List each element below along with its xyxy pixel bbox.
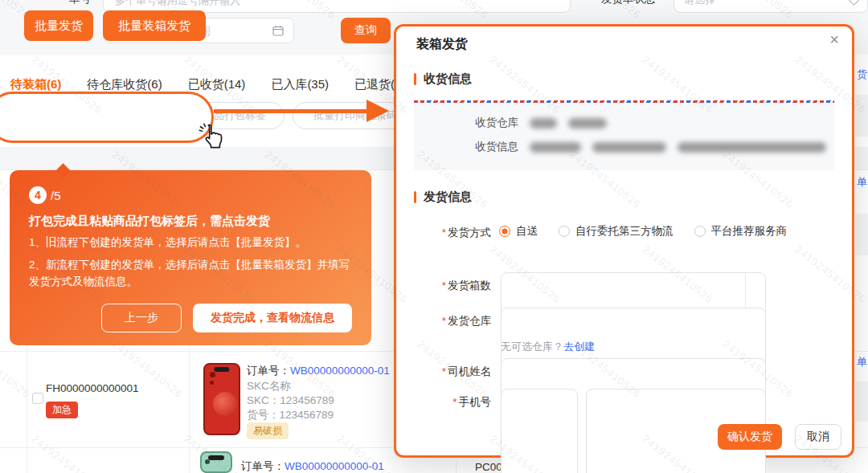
confirm-ship-button[interactable]: 确认发货 xyxy=(718,424,782,450)
radio-self-delivery[interactable]: 自送 xyxy=(499,224,538,239)
redacted-value xyxy=(530,142,581,153)
order-no-label: 订单号： xyxy=(247,365,290,377)
item-no: 货号：123456789 xyxy=(247,408,334,422)
ship-done-button[interactable]: 发货完成，查看物流信息 xyxy=(193,304,352,332)
radio-selected-icon xyxy=(499,226,510,237)
tab-awaiting-receipt[interactable]: 待仓库收货(6) xyxy=(87,77,162,92)
receive-info-label: 收货信息 xyxy=(414,140,518,154)
guide-tooltip: 4 /5 打包完成且粘贴商品打包标签后，需点击发货 1、旧流程下创建的发货单，选… xyxy=(10,170,371,345)
shipment-no: FH0000000000001 xyxy=(46,382,139,394)
order-no-input[interactable] xyxy=(113,0,560,7)
modal-title: 装箱发货 xyxy=(416,36,468,53)
cancel-button[interactable]: 取消 xyxy=(795,424,841,450)
status-label: 发货单状态 xyxy=(601,0,656,6)
order-no-label: 订单号： xyxy=(241,460,285,472)
order-no-line: 订单号：WB00000000000-01 xyxy=(247,364,390,378)
batch-box-ship-button[interactable]: 批量装箱发货 xyxy=(103,10,206,41)
page: 单号 发货单状态 请选择 发货时间 查询 待装箱(6) 待仓库收货(6) 已收货… xyxy=(0,0,868,473)
redacted-value xyxy=(530,118,557,128)
receive-warehouse-label: 收货仓库 xyxy=(414,116,518,130)
guide-spotlight xyxy=(0,92,214,143)
radio-platform-provider[interactable]: 平台推荐服务商 xyxy=(694,224,788,239)
warehouse-helper: 无可选仓库？去创建 xyxy=(501,340,595,354)
step-number: 4 xyxy=(29,186,47,204)
warehouse-label: *发货仓库 xyxy=(396,314,491,328)
redacted-value xyxy=(592,142,666,153)
driver-label: *司机姓名 xyxy=(396,365,491,379)
redacted-value xyxy=(568,118,607,128)
step-total: /5 xyxy=(51,189,61,202)
redacted-value xyxy=(678,142,826,153)
radio-third-party[interactable]: 自行委托第三方物流 xyxy=(559,224,674,239)
method-label: *发货方式 xyxy=(396,226,491,240)
radio-icon xyxy=(559,226,570,237)
guide-line-2: 2、新流程下创建的发货单，选择后请点击【批量装箱发货】并填写发货方式及物流信息。 xyxy=(29,256,352,291)
search-button[interactable]: 查询 xyxy=(341,18,391,43)
tab-in-warehouse[interactable]: 已入库(35) xyxy=(271,77,329,92)
section-bar xyxy=(414,191,416,203)
close-icon[interactable]: × xyxy=(829,31,839,47)
guide-line-1: 1、旧流程下创建的发货单，选择后请点击【批量发货】。 xyxy=(29,234,352,251)
status-select[interactable]: 请选择 xyxy=(674,0,868,13)
urgent-badge: 加急 xyxy=(46,402,78,418)
phone-label: *手机号 xyxy=(396,395,491,410)
batch-ship-button[interactable]: 批量发货 xyxy=(24,10,93,41)
section-bar xyxy=(414,73,416,85)
order-no-label: 单号 xyxy=(69,0,91,6)
method-radio-group: 自送 自行委托第三方物流 平台推荐服务商 xyxy=(499,224,787,239)
order-no-line: 订单号：WB00000000000-01 xyxy=(241,459,384,473)
chevron-down-icon xyxy=(849,0,859,5)
edge-link-fragment[interactable]: 单 xyxy=(857,355,867,369)
guide-arrow xyxy=(214,109,368,113)
boxes-label: *发货箱数 xyxy=(396,279,491,293)
radio-icon xyxy=(694,226,706,237)
hand-cursor-icon xyxy=(198,119,227,153)
ship-section-title: 发货信息 xyxy=(424,190,472,205)
previous-step-button[interactable]: 上一步 xyxy=(101,304,182,332)
skc-name: SKC名称 xyxy=(247,379,291,393)
fragile-badge: 易破损 xyxy=(247,422,289,439)
ship-section-header: 发货信息 xyxy=(414,190,472,205)
create-warehouse-link[interactable]: 去创建 xyxy=(563,340,595,353)
order-no-link[interactable]: WB00000000000-01 xyxy=(290,365,390,377)
product-image-red-phone xyxy=(199,363,245,437)
pack-ship-modal: 装箱发货 × 收货信息 收货仓库 收货信息 发货信息 xyxy=(394,24,854,458)
receive-section-header: 收货信息 xyxy=(414,71,472,87)
edge-link-fragment[interactable]: 货 xyxy=(857,67,867,82)
edge-link-fragment[interactable]: 单 xyxy=(857,175,867,190)
product-image-green-phone xyxy=(199,451,234,473)
guide-title: 打包完成且粘贴商品打包标签后，需点击发货 xyxy=(29,214,352,229)
receive-section-title: 收货信息 xyxy=(424,71,472,87)
phone-code-select[interactable]: +86(大陆) xyxy=(501,389,578,473)
receive-info-box: 收货仓库 收货信息 xyxy=(414,103,834,170)
tab-received[interactable]: 已收货(14) xyxy=(188,77,246,92)
guide-arrow-head xyxy=(366,100,389,122)
row-checkbox[interactable] xyxy=(32,393,43,404)
order-no-link[interactable]: WB00000000000-01 xyxy=(285,460,384,472)
tab-bar: 待装箱(6) 待仓库收货(6) 已收货(14) 已入库(35) 已退货(1) xyxy=(10,77,405,92)
skc-code: SKC：123456789 xyxy=(247,393,334,408)
status-select-value: 请选择 xyxy=(684,0,715,7)
calendar-icon xyxy=(272,25,284,36)
tab-to-pack[interactable]: 待装箱(6) xyxy=(10,77,61,92)
